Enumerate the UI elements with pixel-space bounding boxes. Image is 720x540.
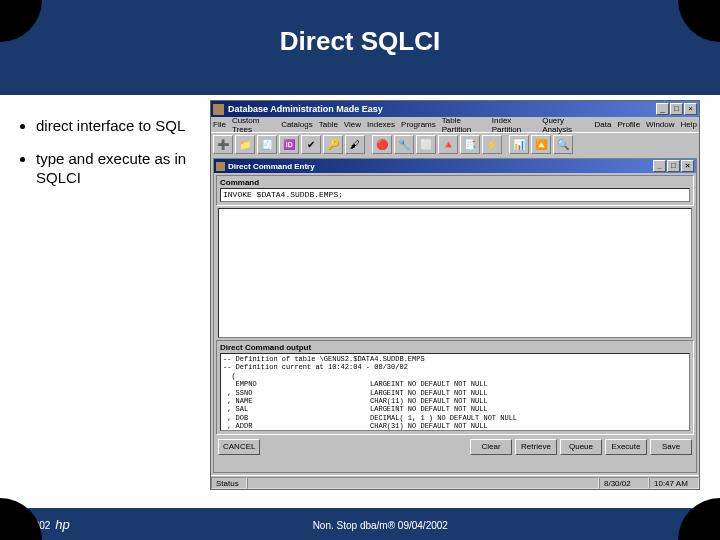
bullet-item: direct interface to SQL (36, 117, 197, 136)
app-icon (213, 104, 224, 115)
toolbar-btn-16[interactable]: 🔍 (553, 135, 573, 154)
save-button[interactable]: Save (650, 439, 692, 455)
menu-view[interactable]: View (344, 120, 361, 129)
app-window: Database Administration Made Easy _ □ × … (210, 100, 700, 490)
toolbar-btn-1[interactable]: ➕ (213, 135, 233, 154)
direct-command-panel: Direct Command Entry _ □ × Command INVOK… (213, 158, 697, 473)
menu-window[interactable]: Window (646, 120, 674, 129)
minimize-button[interactable]: _ (656, 103, 669, 115)
menu-index-partition[interactable]: Index Partition (492, 116, 536, 134)
toolbar-btn-14[interactable]: 📊 (509, 135, 529, 154)
output-textarea[interactable]: -- Definition of table \GENUS2.$DATA4.SU… (220, 353, 690, 431)
inner-title-text: Direct Command Entry (228, 162, 315, 171)
menu-data[interactable]: Data (595, 120, 612, 129)
command-input[interactable]: INVOKE $DATA4.SUDDB.EMPS; (220, 188, 690, 202)
inner-maximize-button[interactable]: □ (667, 160, 680, 172)
output-group: Direct Command output -- Definition of t… (216, 340, 694, 435)
menu-catalogs[interactable]: Catalogs (281, 120, 313, 129)
slide-footer: © 2002 hp Non. Stop dba/m® 09/04/2002 33 (18, 517, 702, 532)
statusbar: Status 8/30/02 10:47 AM (211, 475, 699, 489)
footer-center: Non. Stop dba/m® 09/04/2002 (313, 520, 448, 531)
toolbar-btn-15[interactable]: 🔼 (531, 135, 551, 154)
bullet-item: type and execute as in SQLCI (36, 150, 197, 188)
menu-indexes[interactable]: Indexes (367, 120, 395, 129)
inner-minimize-button[interactable]: _ (653, 160, 666, 172)
menu-query-analysis[interactable]: Query Analysis (542, 116, 588, 134)
toolbar-btn-12[interactable]: 📑 (460, 135, 480, 154)
menubar: File Custom Trees Catalogs Table View In… (211, 117, 699, 132)
slide-title: Direct SQLCI (0, 0, 720, 73)
maximize-button[interactable]: □ (670, 103, 683, 115)
toolbar-btn-4[interactable]: 🆔 (279, 135, 299, 154)
bullet-list: direct interface to SQL type and execute… (22, 117, 197, 201)
menu-table[interactable]: Table (319, 120, 338, 129)
toolbar-btn-2[interactable]: 📁 (235, 135, 255, 154)
inner-titlebar: Direct Command Entry _ □ × (214, 159, 696, 173)
clear-button[interactable]: Clear (470, 439, 512, 455)
command-label: Command (220, 178, 690, 187)
toolbar-btn-6[interactable]: 🔑 (323, 135, 343, 154)
toolbar-btn-5[interactable]: ✔ (301, 135, 321, 154)
status-date: 8/30/02 (599, 477, 649, 489)
menu-programs[interactable]: Programs (401, 120, 436, 129)
panel-icon (216, 162, 225, 171)
menu-table-partition[interactable]: Table Partition (442, 116, 486, 134)
brand-logo: hp (55, 517, 69, 532)
toolbar-btn-7[interactable]: 🖌 (345, 135, 365, 154)
content-area: direct interface to SQL type and execute… (0, 95, 720, 508)
queue-button[interactable]: Queue (560, 439, 602, 455)
toolbar-btn-13[interactable]: ⚡ (482, 135, 502, 154)
close-button[interactable]: × (684, 103, 697, 115)
window-title: Database Administration Made Easy (228, 104, 655, 114)
toolbar-btn-9[interactable]: 🔧 (394, 135, 414, 154)
status-spacer (247, 477, 599, 489)
toolbar: ➕ 📁 🧾 🆔 ✔ 🔑 🖌 🔴 🔧 ⬜ 🔺 📑 ⚡ 📊 🔼 🔍 (211, 132, 699, 156)
menu-custom-trees[interactable]: Custom Trees (232, 116, 275, 134)
toolbar-btn-11[interactable]: 🔺 (438, 135, 458, 154)
toolbar-btn-10[interactable]: ⬜ (416, 135, 436, 154)
menu-file[interactable]: File (213, 120, 226, 129)
command-group: Command INVOKE $DATA4.SUDDB.EMPS; (216, 175, 694, 206)
toolbar-btn-8[interactable]: 🔴 (372, 135, 392, 154)
output-label: Direct Command output (220, 343, 690, 352)
retrieve-button[interactable]: Retrieve (515, 439, 557, 455)
status-label: Status (211, 477, 247, 489)
button-row: CANCEL Clear Retrieve Queue Execute Save (214, 437, 696, 457)
inner-close-button[interactable]: × (681, 160, 694, 172)
menu-help[interactable]: Help (681, 120, 697, 129)
status-time: 10:47 AM (649, 477, 699, 489)
toolbar-btn-3[interactable]: 🧾 (257, 135, 277, 154)
execute-button[interactable]: Execute (605, 439, 647, 455)
cancel-button[interactable]: CANCEL (218, 439, 260, 455)
menu-profile[interactable]: Profile (617, 120, 640, 129)
workspace-area[interactable] (218, 208, 692, 338)
